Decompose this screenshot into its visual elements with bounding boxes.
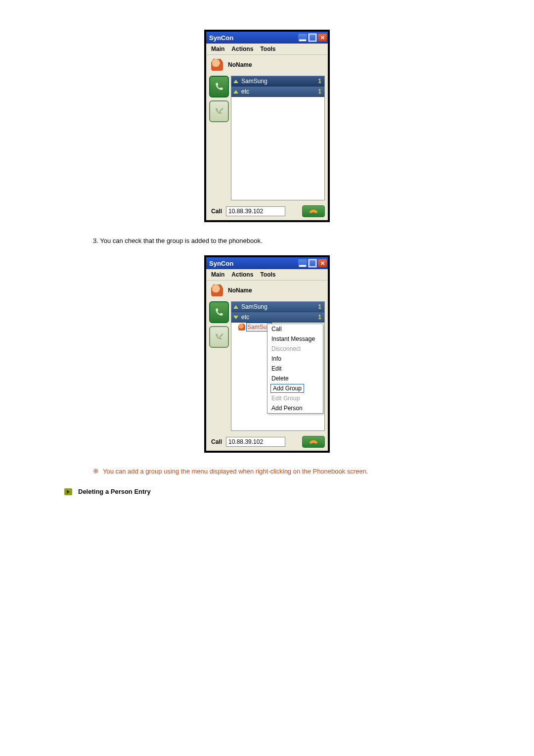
ctx-disconnect: Disconnect [267, 344, 323, 354]
chevron-up-icon [233, 305, 238, 309]
tab-phonebook[interactable] [209, 301, 229, 323]
status-bar: Call [206, 434, 328, 451]
document-body-lower: ※ You can add a group using the menu dis… [79, 468, 455, 495]
svg-rect-2 [299, 265, 306, 267]
group-count: 1 [318, 314, 321, 321]
call-button[interactable] [302, 436, 325, 448]
call-input[interactable] [226, 437, 285, 447]
avatar-icon [211, 59, 223, 71]
username-label: NoName [228, 287, 252, 294]
avatar-icon [211, 284, 223, 296]
window-title: SynCon [209, 34, 233, 42]
side-tabs [209, 300, 229, 434]
group-row-samsung[interactable]: SamSung 1 [231, 302, 324, 312]
menu-tools[interactable]: Tools [260, 271, 275, 278]
ctx-add-person[interactable]: Add Person [267, 403, 323, 413]
menu-bar: Main Actions Tools [206, 269, 328, 281]
svg-rect-0 [299, 40, 306, 42]
chevron-down-icon [233, 316, 238, 319]
svg-rect-3 [309, 260, 316, 267]
identity-row: NoName [206, 55, 328, 75]
ctx-delete[interactable]: Delete [267, 374, 323, 383]
maximize-button[interactable] [308, 34, 317, 42]
phone-icon [214, 307, 224, 317]
call-button[interactable] [302, 205, 325, 217]
menu-actions[interactable]: Actions [231, 271, 253, 278]
username-label: NoName [228, 61, 252, 68]
bullet-icon [64, 488, 72, 495]
call-label: Call [211, 438, 222, 445]
group-row-samsung[interactable]: SamSung 1 [231, 76, 324, 87]
identity-row: NoName [206, 281, 328, 300]
phone-pencil-icon [214, 106, 224, 116]
chevron-up-icon [233, 80, 238, 83]
ctx-edit[interactable]: Edit [267, 364, 323, 374]
body-area: SamSung 1 etc 1 SamSung C [206, 300, 328, 434]
call-label: Call [211, 208, 222, 215]
tab-phonebook[interactable] [209, 76, 229, 97]
group-name: SamSung [241, 78, 267, 85]
title-bar[interactable]: SynCon ✕ [206, 32, 328, 44]
phone-icon [214, 82, 224, 92]
call-input[interactable] [226, 206, 285, 216]
minimize-button[interactable] [298, 259, 307, 267]
group-count: 1 [318, 78, 321, 85]
tab-notes[interactable] [209, 326, 229, 348]
window-controls: ✕ [298, 34, 327, 42]
chevron-up-icon [233, 90, 238, 94]
maximize-button[interactable] [308, 259, 317, 267]
contact-icon [238, 324, 245, 331]
ctx-instant-message[interactable]: Instant Message [267, 334, 323, 344]
tab-notes[interactable] [209, 100, 229, 122]
step-3-text: 3. You can check that the group is added… [93, 237, 455, 244]
context-menu: Call Instant Message Disconnect Info Edi… [267, 324, 323, 414]
group-name: SamSung [241, 303, 267, 310]
status-bar: Call [206, 203, 328, 220]
section-title: Deleting a Person Entry [78, 488, 151, 495]
menu-bar: Main Actions Tools [206, 44, 328, 55]
document-body: 3. You can check that the group is added… [79, 237, 455, 244]
group-count: 1 [318, 303, 321, 310]
ctx-add-group[interactable]: Add Group [270, 384, 304, 393]
window-title: SynCon [209, 260, 233, 267]
window-controls: ✕ [298, 259, 327, 267]
ctx-call[interactable]: Call [267, 324, 323, 334]
group-row-etc[interactable]: etc 1 [231, 312, 324, 323]
group-name: etc [241, 314, 249, 321]
side-tabs [209, 75, 229, 203]
ctx-edit-group: Edit Group [267, 393, 323, 403]
group-count: 1 [318, 88, 321, 95]
handset-icon [309, 438, 318, 445]
handset-icon [309, 208, 318, 215]
title-bar[interactable]: SynCon ✕ [206, 257, 328, 269]
minimize-button[interactable] [298, 34, 307, 42]
group-name: etc [241, 88, 249, 95]
group-row-etc[interactable]: etc 1 [231, 87, 324, 97]
menu-actions[interactable]: Actions [231, 46, 253, 52]
svg-rect-1 [309, 34, 316, 41]
ctx-info[interactable]: Info [267, 354, 323, 364]
close-button[interactable]: ✕ [318, 259, 327, 267]
phone-pencil-icon [214, 332, 224, 342]
syncon-window-1: SynCon ✕ Main Actions Tools NoName [204, 30, 330, 222]
syncon-window-2: SynCon ✕ Main Actions Tools NoName [204, 255, 330, 453]
menu-main[interactable]: Main [211, 46, 224, 52]
section-heading-row: Deleting a Person Entry [64, 488, 455, 495]
note-row: ※ You can add a group using the menu dis… [93, 468, 455, 475]
close-button[interactable]: ✕ [318, 34, 327, 42]
note-text: You can add a group using the menu displ… [103, 468, 368, 475]
phonebook-panel[interactable]: SamSung 1 etc 1 [231, 76, 325, 200]
menu-tools[interactable]: Tools [260, 46, 275, 52]
menu-main[interactable]: Main [211, 271, 224, 278]
body-area: SamSung 1 etc 1 [206, 75, 328, 203]
phonebook-panel[interactable]: SamSung 1 etc 1 SamSung C [231, 301, 325, 431]
note-asterisk-icon: ※ [93, 468, 99, 474]
